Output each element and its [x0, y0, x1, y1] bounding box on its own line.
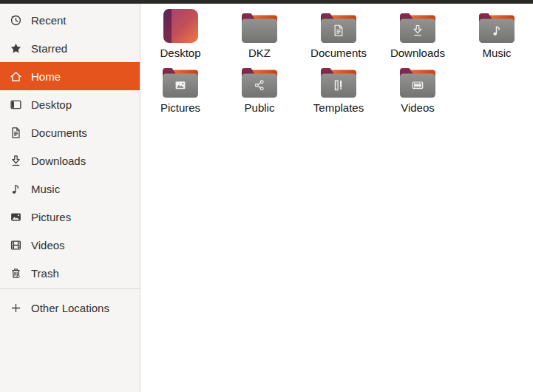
home-icon [10, 70, 22, 83]
icon-grid: Desktop DKZ [143, 9, 533, 114]
file-item-music[interactable]: Music [460, 9, 533, 59]
file-item-desktop[interactable]: Desktop [143, 9, 217, 59]
recent-icon [10, 14, 22, 27]
sidebar-item-downloads[interactable]: Downloads [0, 146, 140, 175]
sidebar-item-recent[interactable]: Recent [0, 6, 140, 34]
downloads-icon [10, 155, 22, 167]
file-item-dkz[interactable]: DKZ [223, 9, 296, 59]
file-item-label: Desktop [160, 47, 200, 59]
pictures-icon [10, 211, 22, 223]
sidebar-item-pictures[interactable]: Pictures [0, 203, 140, 231]
public-folder-icon [242, 64, 277, 98]
sidebar-item-documents[interactable]: Documents [0, 118, 140, 146]
file-item-label: Templates [313, 101, 364, 114]
sidebar-item-home[interactable]: Home [0, 62, 140, 90]
file-item-label: Videos [401, 101, 435, 114]
trash-icon [10, 267, 22, 280]
music-icon [10, 183, 22, 195]
file-item-label: Music [482, 47, 511, 59]
documents-folder-icon [321, 9, 356, 43]
music-folder-icon [479, 9, 515, 43]
sidebar-item-label: Documents [31, 126, 87, 139]
plain-folder-icon [242, 9, 277, 43]
sidebar-item-label: Videos [31, 239, 65, 251]
plus-icon [10, 302, 22, 314]
sidebar-item-label: Home [31, 70, 61, 83]
files-window: Recent Starred Home Desktop [0, 0, 533, 392]
file-item-downloads[interactable]: Downloads [381, 9, 455, 59]
file-item-label: Documents [310, 47, 367, 59]
file-item-pictures[interactable]: Pictures [143, 64, 217, 114]
file-item-videos[interactable]: Videos [381, 64, 455, 114]
sidebar-item-label: Trash [31, 267, 59, 280]
sidebar-item-starred[interactable]: Starred [0, 34, 140, 62]
starred-icon [10, 42, 22, 55]
downloads-folder-icon [400, 9, 435, 43]
sidebar-item-label: Recent [31, 14, 67, 27]
file-view: Desktop DKZ [140, 4, 533, 392]
desktop-gradient-icon [163, 9, 198, 43]
videos-icon [10, 239, 22, 251]
file-item-templates[interactable]: Templates [302, 64, 376, 114]
pictures-folder-icon [163, 64, 198, 98]
desktop-icon [10, 98, 22, 111]
file-item-label: Public [245, 101, 275, 114]
sidebar-item-label: Music [31, 183, 60, 195]
file-item-public[interactable]: Public [223, 64, 296, 114]
file-item-documents[interactable]: Documents [302, 9, 376, 59]
sidebar-item-label: Pictures [31, 211, 71, 223]
sidebar-item-desktop[interactable]: Desktop [0, 90, 140, 118]
sidebar-item-label: Downloads [31, 155, 86, 167]
sidebar-item-music[interactable]: Music [0, 175, 140, 203]
sidebar-item-videos[interactable]: Videos [0, 231, 140, 259]
sidebar-item-label: Starred [31, 42, 67, 55]
videos-folder-icon [400, 64, 435, 98]
templates-folder-icon [321, 64, 356, 98]
sidebar-item-trash[interactable]: Trash [0, 259, 140, 287]
sidebar-separator [0, 288, 140, 289]
file-item-label: Pictures [160, 101, 200, 114]
sidebar-item-label: Other Locations [31, 302, 109, 314]
documents-icon [10, 126, 22, 139]
sidebar-item-label: Desktop [31, 98, 72, 111]
file-item-label: Downloads [390, 47, 445, 59]
sidebar-item-other-locations[interactable]: Other Locations [0, 294, 140, 322]
file-item-label: DKZ [248, 47, 271, 59]
places-sidebar: Recent Starred Home Desktop [0, 4, 140, 392]
